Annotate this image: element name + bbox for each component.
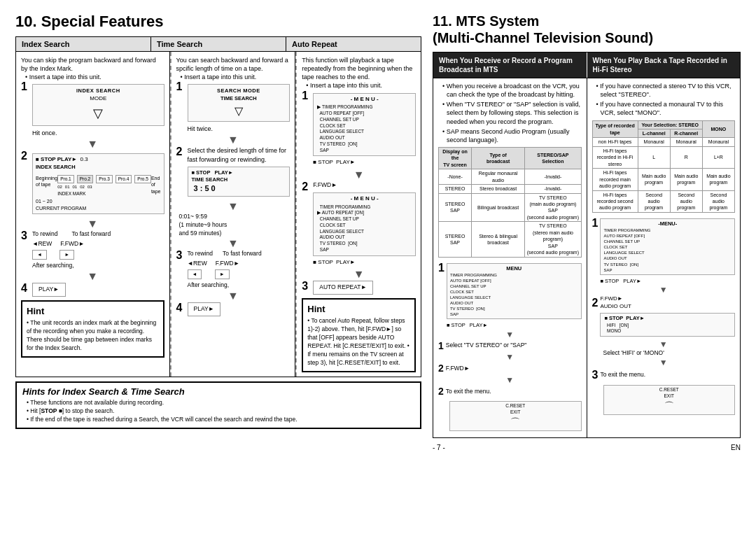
tab-panel-index-search: You can skip the program backward and fo… <box>16 52 170 377</box>
hifi-step2: 2 F.FWD►AUDIO OUT ■ STOP PLAY► HIFI [ON]… <box>592 295 736 339</box>
time-step1-diagram: SEARCH MODE TIME SEARCH ▽ <box>188 84 290 122</box>
time-step4-box: PLAY► <box>188 302 221 316</box>
index-step-2: 2 ■ STOP PLAY► 0.3 INDEX SEARCH Beginnin… <box>21 150 164 217</box>
time-step-3: 3 To rewind To fast forward ◄REW F.FWD► <box>176 250 290 289</box>
auto-controls: ■ STOPPLAY► <box>313 159 416 167</box>
hifi-step3: 3 To exit the menu. <box>592 367 736 383</box>
auto-hint-title: Hint <box>307 303 410 316</box>
auto-step3-box: AUTO REPEAT► <box>313 281 373 294</box>
time-arrow2: ▼ <box>176 201 290 212</box>
time-arrow4: ▼ <box>176 290 290 302</box>
arrow3: ▼ <box>21 271 164 282</box>
hints-title: Hints for Index Search & Time Search <box>22 386 414 397</box>
time-step-1: 1 SEARCH MODE TIME SEARCH ▽ Hit twice. <box>176 81 290 133</box>
hifi-exit-diagram: C.RESETEXIT ⌒ <box>603 385 736 414</box>
mts-step1b: 1 Select "TV STEREO" or "SAP" <box>438 339 582 353</box>
mts-tab-headers: When You Receive or Record a Program Bro… <box>433 52 741 78</box>
index-step-1: 1 INDEX SEARCH MODE ▽ Hit once. <box>21 81 164 136</box>
hints-section: Hints for Index Search & Time Search • T… <box>15 381 421 429</box>
time-intro: You can search backward and forward a sp… <box>176 56 290 73</box>
tab-header-index-search[interactable]: Index Search <box>16 37 151 51</box>
hifi-arrow1: ▼ <box>592 286 736 294</box>
rewind-diagram: ◄ ► <box>32 250 164 259</box>
left-column: 10. Special Features Index Search Time S… <box>15 13 421 451</box>
tab-header-auto-repeat[interactable]: Auto Repeat <box>286 37 421 51</box>
arrow1: ▼ <box>21 139 164 150</box>
auto-step2-controls: ■ STOPPLAY► <box>313 259 416 267</box>
hifi-step1-diagram: -MENU- TIMER PROGRAMMING AUTO REPEAT [OF… <box>600 218 735 275</box>
mts-arrow2: ▼ <box>438 353 582 361</box>
tab-panel-time-search: You can search backward and forward a sp… <box>170 52 296 377</box>
auto-step-2: 2 F.FWD► - M E N U - TIMER PROGRAMMING ▶… <box>302 181 416 267</box>
auto-hint-text: • To cancel Auto Repeat, follow steps 1)… <box>307 317 410 367</box>
index-step-3: 3 To rewind To fast forward ◄REW F.FWD► <box>21 230 164 269</box>
index-hint-text: • The unit records an index mark at the … <box>27 319 159 353</box>
arrow2: ▼ <box>21 218 164 230</box>
selection-table: Type of recorded tape Your Selection: ST… <box>592 120 736 213</box>
index-step1-diagram: INDEX SEARCH MODE ▽ <box>32 84 164 125</box>
auto-bullet1: • Insert a tape into this unit. <box>306 81 416 90</box>
mts-step1-diagram: MENU TIMER PROGRAMMING AUTO REPEAT [OFF]… <box>447 263 582 320</box>
tab-panels: You can skip the program backward and fo… <box>15 52 421 377</box>
mts-tab-header-playback[interactable]: When You Play Back a Tape Recorded in Hi… <box>587 52 741 78</box>
time-step-2: 2 Select the desired length of time for … <box>176 146 290 199</box>
auto-arrow2: ▼ <box>302 269 416 280</box>
mts-exit-diagram: C.RESETEXIT ⌒ <box>449 401 582 430</box>
hifi-select: Select 'HIFI' or 'MONO' <box>603 349 736 357</box>
time-step2-diagram: ■ STOP PLAY► TIME SEARCH 3 : 5 0 <box>188 167 290 197</box>
time-arrow1: ▼ <box>176 134 290 146</box>
time-bullet1: • Insert a tape into this unit. <box>181 73 290 81</box>
left-section-title: 10. Special Features <box>15 13 421 31</box>
auto-step-1: 1 - M E N U - ▶ TIMER PROGRAMMING AUTO R… <box>302 90 416 169</box>
auto-step1-diagram: - M E N U - ▶ TIMER PROGRAMMING AUTO REP… <box>313 93 416 157</box>
mts-tab-header-receive[interactable]: When You Receive or Record a Program Bro… <box>433 52 587 78</box>
mts-step2b: 2 To exit the menu. <box>438 385 582 398</box>
tab-panel-auto-repeat: This function will playback a tape repea… <box>295 52 421 377</box>
sap-table: Display on theTV screen Type ofbroadcast… <box>438 147 582 258</box>
time-arrow3: ▼ <box>176 238 290 249</box>
index-step-4: 4 PLAY► <box>21 283 164 296</box>
hints-text: • These functions are not available duri… <box>22 399 414 424</box>
index-step1-text: Hit once. <box>32 129 164 137</box>
auto-arrow1: ▼ <box>302 169 416 181</box>
tab-headers: Index Search Time Search Auto Repeat <box>15 36 421 52</box>
index-hint-title: Hint <box>27 305 159 318</box>
hifi-arrow2: ▼ <box>592 340 736 349</box>
mts-panel-receive: • When you receive a broadcast on the VC… <box>433 78 587 437</box>
mts-arrow1: ▼ <box>438 330 582 339</box>
right-column: 11. MTS System (Multi-Channel Television… <box>433 13 741 451</box>
hifi-step1: 1 -MENU- TIMER PROGRAMMING AUTO REPEAT [… <box>592 216 736 285</box>
index-step4-box: PLAY► <box>32 283 66 296</box>
time-step2-text: Select the desired length of time for fa… <box>188 146 290 163</box>
mts-panel-playback: • If you have connected a stereo TV to t… <box>587 78 741 437</box>
time-range-text: 0:01~ 9:59(1 minute~9 hoursand 59 minute… <box>179 213 290 238</box>
auto-step2-diagram: - M E N U - TIMER PROGRAMMING ▶ AUTO REP… <box>313 192 416 256</box>
mts-arrow3: ▼ <box>438 376 582 384</box>
right-section-title: 11. MTS System (Multi-Channel Television… <box>433 13 741 46</box>
hifi-arrow3: ▼ <box>592 358 736 367</box>
time-rewind-diagram: ◄ ► <box>188 269 290 279</box>
index-hint-box: Hint • The unit records an index mark at… <box>21 300 164 358</box>
index-bullet1: • Insert a tape into this unit. <box>25 73 164 81</box>
auto-intro: This function will playback a tape repea… <box>302 56 416 81</box>
hifi-step2-diagram: ■ STOP PLAY► HIFI [ON] MONO <box>600 313 735 337</box>
time-step-4: 4 PLAY► <box>176 302 290 316</box>
auto-step-3: 3 AUTO REPEAT► <box>302 281 416 294</box>
footer-page-num: - 7 - <box>433 444 445 451</box>
tab-header-time-search[interactable]: Time Search <box>151 37 286 51</box>
page: 10. Special Features Index Search Time S… <box>0 0 756 458</box>
footer: - 7 - EN <box>433 444 741 451</box>
index-intro: You can skip the program backward and fo… <box>21 56 164 73</box>
mts-step2: 2 F.FWD► <box>438 362 582 375</box>
footer-lang: EN <box>731 444 741 451</box>
mts-step1: 1 MENU TIMER PROGRAMMING AUTO REPEAT [OF… <box>438 260 582 330</box>
mts-tab-panels: • When you receive a broadcast on the VC… <box>433 78 741 438</box>
auto-hint-box: Hint • To cancel Auto Repeat, follow ste… <box>302 298 416 372</box>
index-step2-diagram: ■ STOP PLAY► 0.3 INDEX SEARCH Beginningo… <box>32 153 164 214</box>
time-step1-text: Hit twice. <box>188 125 290 133</box>
